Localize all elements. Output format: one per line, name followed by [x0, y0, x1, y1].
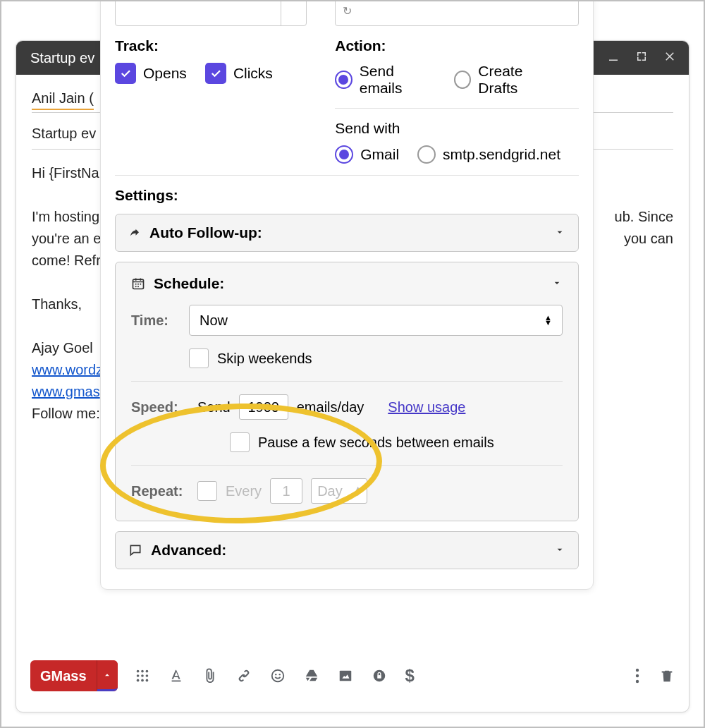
select-arrows-icon: ▲▼	[544, 315, 552, 325]
repeat-count-input[interactable]: 1	[270, 478, 302, 504]
confidential-icon[interactable]	[372, 668, 387, 684]
svg-point-2	[141, 670, 144, 673]
svg-point-10	[271, 670, 283, 682]
time-select[interactable]: Now ▲▼	[189, 305, 563, 336]
svg-rect-13	[339, 671, 351, 681]
compose-title: Startup ev	[30, 50, 94, 66]
auto-followup-card[interactable]: Auto Follow-up:	[115, 214, 579, 252]
svg-point-22	[140, 284, 141, 285]
speed-row: Speed: Send 1900 emails/day Show usage	[131, 394, 563, 420]
svg-point-8	[141, 679, 144, 682]
track-row: Opens Clicks	[115, 63, 307, 84]
window-controls	[607, 50, 676, 66]
svg-point-12	[278, 674, 280, 675]
svg-rect-15	[377, 675, 381, 679]
svg-point-7	[136, 679, 139, 682]
svg-point-21	[137, 284, 139, 285]
svg-point-18	[636, 680, 639, 683]
create-drafts-radio[interactable]	[454, 71, 472, 89]
advanced-card[interactable]: Advanced:	[115, 531, 579, 569]
drive-icon[interactable]	[304, 668, 319, 684]
repeat-row: Repeat: Every 1 Day▲▼	[131, 478, 563, 504]
signature-link[interactable]: www.gmas	[32, 384, 100, 399]
subject-text: Startup ev	[32, 123, 96, 144]
close-icon[interactable]	[663, 50, 676, 66]
toolbar-right	[635, 668, 675, 684]
image-icon[interactable]	[338, 668, 353, 684]
time-row: Time: Now ▲▼	[131, 305, 563, 336]
sendwith-row: Gmail smtp.sendgrid.net	[335, 145, 579, 164]
svg-point-1	[136, 670, 139, 673]
money-icon[interactable]: $	[405, 666, 415, 686]
svg-rect-0	[609, 59, 618, 61]
speed-label: Speed:	[131, 399, 189, 415]
chevron-down-icon[interactable]	[554, 224, 565, 241]
time-label: Time:	[131, 313, 189, 329]
clicks-checkbox[interactable]	[205, 63, 226, 84]
svg-point-24	[137, 286, 139, 287]
svg-point-16	[636, 669, 639, 672]
gmass-settings-panel: Track: Opens Clicks ↻ Action: Send email…	[100, 0, 594, 590]
track-label: Track:	[115, 37, 307, 54]
format-toolbar: $	[135, 666, 415, 686]
grid-icon[interactable]	[135, 668, 150, 684]
action-row: Send emails Create Drafts	[335, 63, 579, 97]
emoji-icon[interactable]	[270, 668, 286, 684]
settings-label: Settings:	[115, 187, 579, 204]
calendar-icon	[131, 277, 145, 291]
svg-point-23	[135, 286, 137, 287]
smtp-radio[interactable]	[417, 145, 436, 164]
attach-icon[interactable]	[202, 668, 218, 684]
trash-icon[interactable]	[659, 668, 675, 684]
gmass-dropdown-icon[interactable]	[97, 660, 118, 691]
svg-point-3	[145, 670, 148, 673]
repeat-unit-select[interactable]: Day▲▼	[311, 478, 367, 504]
show-usage-link[interactable]: Show usage	[388, 399, 465, 415]
svg-point-20	[135, 284, 137, 285]
pause-checkbox[interactable]	[230, 432, 250, 452]
font-format-icon[interactable]	[168, 668, 184, 684]
svg-point-11	[275, 674, 276, 675]
pause-row: Pause a few seconds between emails	[230, 432, 563, 452]
chevron-down-icon[interactable]	[551, 275, 563, 292]
expand-icon[interactable]	[635, 50, 648, 66]
repeat-checkbox[interactable]	[197, 481, 217, 501]
share-icon	[128, 226, 141, 239]
schedule-card: Schedule: Time: Now ▲▼ Skip weekends Spe…	[115, 262, 579, 521]
svg-point-17	[636, 674, 639, 677]
gmass-label: GMass	[30, 668, 97, 684]
svg-point-4	[136, 674, 139, 677]
send-emails-radio[interactable]	[335, 71, 352, 89]
gmass-button[interactable]: GMass	[30, 660, 118, 691]
svg-point-9	[145, 679, 148, 682]
recipient-chip[interactable]: Anil Jain (	[32, 87, 94, 110]
link-icon[interactable]	[236, 668, 252, 684]
sendwith-label: Send with	[335, 120, 579, 137]
chevron-down-icon[interactable]	[554, 542, 565, 559]
minimize-icon[interactable]	[607, 50, 620, 66]
repeat-label: Repeat:	[131, 483, 189, 499]
signature-link[interactable]: www.wordz	[32, 362, 103, 377]
skip-weekends-row: Skip weekends	[189, 348, 563, 368]
action-label: Action:	[335, 37, 579, 54]
more-icon[interactable]	[635, 668, 639, 684]
speed-input[interactable]: 1900	[239, 394, 288, 420]
svg-point-6	[145, 674, 148, 677]
svg-point-5	[141, 674, 144, 677]
chat-icon	[128, 543, 142, 557]
compose-toolbar: GMass $	[30, 658, 675, 693]
gmail-radio[interactable]	[335, 145, 353, 164]
opens-checkbox[interactable]	[115, 63, 136, 84]
skip-weekends-checkbox[interactable]	[189, 348, 209, 368]
